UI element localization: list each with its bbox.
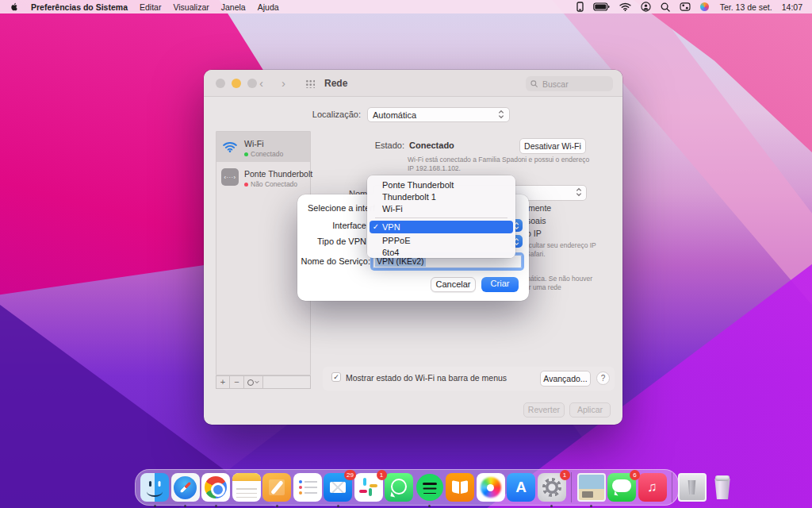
service-status: Conectado	[244, 150, 283, 158]
service-name: Ponte Thunderbolt	[244, 169, 312, 179]
dock-mail[interactable]: 29	[324, 473, 352, 502]
running-indicator	[154, 505, 156, 507]
running-indicator	[276, 505, 278, 507]
zoom-button[interactable]	[247, 79, 257, 88]
sidebar-item-thunderbolt-bridge[interactable]: Ponte Thunderbolt Não Conectado	[216, 162, 310, 192]
menu-item-wifi[interactable]: Wi-Fi	[370, 203, 513, 215]
menu-time[interactable]: 14:07	[782, 2, 802, 12]
menu-bar: Preferências do Sistema Editar Visualiza…	[0, 0, 812, 13]
create-button[interactable]: Criar	[481, 277, 519, 292]
finder-icon	[140, 473, 169, 502]
dock-music[interactable]	[638, 473, 667, 502]
dock-messages[interactable]: 6	[607, 473, 636, 502]
forward-chevron-icon[interactable]: ›	[282, 76, 285, 90]
dock-chrome[interactable]	[201, 473, 230, 502]
window-titlebar[interactable]: ‹ › Rede	[204, 70, 622, 97]
messages-badge: 6	[630, 470, 640, 480]
dock-slack[interactable]: 1	[354, 473, 383, 502]
menu-separator	[375, 217, 508, 218]
file-thumbnail-icon	[678, 473, 707, 502]
menu-app-name[interactable]: Preferências do Sistema	[31, 2, 128, 12]
location-popup[interactable]: Automática	[367, 107, 510, 122]
menu-janela[interactable]: Janela	[221, 2, 246, 12]
remove-service-button[interactable]: −	[230, 375, 244, 389]
wifi-icon[interactable]	[619, 2, 631, 11]
sidebar-item-wifi[interactable]: Wi-Fi Conectado	[216, 132, 310, 162]
menu-ajuda[interactable]: Ajuda	[258, 2, 279, 12]
checkmark-icon: ✓	[370, 221, 382, 233]
apply-button[interactable]: Aplicar	[569, 402, 611, 418]
advanced-button[interactable]: Avançado...	[540, 371, 591, 387]
dock-system-preferences[interactable]: 1	[538, 473, 566, 502]
menu-item-ponte-thunderbolt[interactable]: Ponte Thunderbolt	[370, 179, 513, 191]
add-service-button[interactable]: +	[216, 375, 230, 389]
window-thumbnail-icon	[577, 473, 606, 502]
close-button[interactable]	[216, 79, 225, 88]
dialog-prompt: Selecione a interf	[308, 203, 375, 213]
control-center-icon[interactable]	[680, 2, 691, 11]
menu-date[interactable]: Ter. 13 de set.	[720, 2, 772, 12]
menu-visualizar[interactable]: Visualizar	[173, 2, 209, 12]
slack-badge: 1	[377, 470, 387, 480]
status-detail-line2: IP 192.168.1.102.	[408, 164, 461, 172]
notes-icon	[232, 473, 261, 502]
status-dot-red	[244, 183, 248, 187]
menu-editar[interactable]: Editar	[140, 2, 161, 12]
back-chevron-icon[interactable]: ‹	[259, 76, 263, 90]
minimize-button[interactable]	[232, 79, 241, 88]
apple-menu-icon[interactable]	[10, 2, 19, 12]
dock-pages[interactable]	[262, 473, 291, 502]
books-icon	[446, 473, 474, 502]
show-wifi-status-checkbox[interactable]: ✓	[331, 372, 341, 382]
music-icon	[638, 473, 667, 502]
cancel-button[interactable]: Cancelar	[431, 277, 476, 292]
status-dot-green	[244, 152, 248, 156]
whatsapp-icon	[385, 473, 413, 502]
running-indicator	[428, 505, 431, 507]
stepper-icon	[498, 110, 504, 121]
user-switch-icon[interactable]	[641, 2, 651, 12]
disable-wifi-button[interactable]: Desativar Wi-Fi	[519, 138, 586, 154]
service-action-menu-button[interactable]	[244, 375, 263, 389]
interface-dropdown-menu: Ponte Thunderbolt Thunderbolt 1 Wi-Fi ✓ …	[367, 175, 515, 258]
dock-spotify[interactable]	[416, 473, 444, 502]
menu-item-pppoe[interactable]: PPPoE	[370, 235, 513, 247]
search-input[interactable]	[541, 79, 604, 90]
dock-whatsapp[interactable]	[385, 473, 413, 502]
app-status-icon[interactable]	[700, 2, 709, 11]
dock-trash[interactable]	[708, 473, 737, 502]
search-field[interactable]	[526, 76, 613, 91]
battery-icon[interactable]	[593, 2, 610, 11]
menu-item-label: VPN	[382, 221, 400, 233]
checkbox-label: Mostrar estado do Wi-Fi na barra de menu…	[346, 373, 507, 383]
occluded-text: ocultar seu endereço IP	[525, 241, 596, 249]
dock-books[interactable]	[446, 473, 474, 502]
menu-item-thunderbolt-1[interactable]: Thunderbolt 1	[370, 191, 513, 203]
dock-app-store[interactable]	[507, 473, 535, 502]
dock-divider	[571, 472, 572, 502]
dock-notes[interactable]	[232, 473, 261, 502]
action-circle-icon	[247, 379, 254, 386]
revert-button[interactable]: Reverter	[523, 402, 565, 418]
occluded-text: soais	[527, 216, 546, 225]
occluded-text: ar uma rede	[525, 283, 561, 291]
running-indicator	[215, 505, 217, 507]
dock-safari[interactable]	[171, 473, 200, 502]
service-name: Wi-Fi	[244, 139, 264, 148]
dock-reminders[interactable]	[293, 473, 322, 502]
help-button[interactable]: ?	[596, 371, 610, 385]
menu-item-6to4[interactable]: 6to4	[370, 247, 513, 259]
app-store-icon	[507, 473, 535, 502]
dock-finder[interactable]	[140, 473, 169, 502]
search-icon	[530, 80, 538, 87]
dock-window-thumbnail[interactable]	[577, 473, 606, 502]
menu-item-vpn-selected[interactable]: ✓ VPN	[370, 221, 513, 233]
chevron-down-icon	[255, 380, 259, 384]
device-icon[interactable]	[576, 2, 584, 12]
show-all-grid-icon[interactable]	[305, 79, 315, 88]
dock-file-thumbnail[interactable]	[678, 473, 707, 502]
search-icon[interactable]	[661, 2, 670, 12]
dock-photos[interactable]	[477, 473, 505, 502]
sidebar-actions: + −	[216, 375, 311, 389]
running-indicator	[337, 505, 339, 507]
